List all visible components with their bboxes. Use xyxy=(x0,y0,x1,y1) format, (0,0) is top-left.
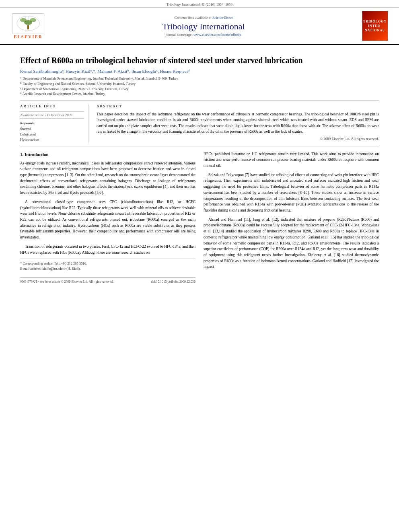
article-info-abstract-section: ARTICLE INFO Available online 21 Decembe… xyxy=(20,101,379,146)
affil-d: ᵈ Arcelik Research and Development Cente… xyxy=(20,91,379,97)
footnote-email: E-mail address: kizilh@itu.edu.tr (H. Ki… xyxy=(20,266,195,271)
keyword-2: Hydrocarbon xyxy=(20,137,84,143)
keywords-label: Keywords: xyxy=(20,121,84,125)
svg-point-4 xyxy=(24,20,32,25)
journal-logo-area: ELSEVIER xyxy=(8,13,48,39)
body-right-col: HFCs, published literature on HC refrige… xyxy=(204,151,379,285)
section1-heading: 1. Introduction xyxy=(20,151,195,158)
body-para-r0: HFCs, published literature on HC refrige… xyxy=(204,151,379,169)
footer-license: 0301-679X/$ - see front matter © 2009 El… xyxy=(20,279,113,284)
journal-title: Tribology International xyxy=(48,21,359,32)
body-para-2: Transition of refrigerants occurred in t… xyxy=(20,244,195,255)
body-para-1: A conventional closed-type compressor us… xyxy=(20,199,195,240)
authors-line: Kemal Sariibrahimogluᵃ, Huseyin Kizilᵃ,*… xyxy=(20,69,379,74)
body-left-col: 1. Introduction As energy costs increase… xyxy=(20,151,195,285)
journal-title-area: Contents lists available at ScienceDirec… xyxy=(48,16,359,37)
footnotes: * Corresponding author. Tel.: +90 212 28… xyxy=(20,259,195,271)
homepage-link: journal homepage: www.elsevier.com/locat… xyxy=(48,33,359,37)
tribology-badge: TRIBOLOGYINTER-NATIONAL xyxy=(362,11,388,41)
footer-bar: 0301-679X/$ - see front matter © 2009 El… xyxy=(20,277,195,284)
abstract-text: This paper describes the impact of the i… xyxy=(97,111,379,134)
body-para-r2: Alsaad and Hammad [11], Jung et al. [12]… xyxy=(204,217,379,270)
available-date: Available online 21 December 2009 xyxy=(20,111,84,119)
sciencedirect-anchor[interactable]: ScienceDirect xyxy=(212,16,232,20)
sciencedirect-link: Contents lists available at ScienceDirec… xyxy=(48,16,359,20)
main-content: Effect of R600a on tribological behavior… xyxy=(0,45,399,288)
footer-doi: doi:10.1016/j.triboint.2009.12.035 xyxy=(151,279,195,284)
footnote-star: * Corresponding author. Tel.: +90 212 28… xyxy=(20,261,195,266)
affil-a: ᵃ Department of Materials Science and En… xyxy=(20,76,379,81)
keyword-0: Starved xyxy=(20,126,84,132)
journal-top-bar: Tribology International 43 (2010) 1054–1… xyxy=(0,0,399,8)
copyright-line: © 2009 Elsevier Ltd. All rights reserved… xyxy=(97,137,379,141)
affil-c: ᶜ Department of Mechanical Engineering, … xyxy=(20,86,379,92)
elsevier-brand-text: ELSEVIER xyxy=(14,34,43,39)
body-para-0: As energy costs increase rapidly, mechan… xyxy=(20,160,195,196)
journal-badge-area: TRIBOLOGYINTER-NATIONAL xyxy=(359,11,391,41)
article-info-heading: ARTICLE INFO xyxy=(20,104,84,108)
abstract-column: ABSTRACT This paper describes the impact… xyxy=(97,104,379,143)
keyword-1: Lubricated xyxy=(20,132,84,138)
affil-b: ᵇ Faculty of Engineering and Natural Sci… xyxy=(20,81,379,86)
abstract-heading: ABSTRACT xyxy=(97,104,379,108)
body-section: 1. Introduction As energy costs increase… xyxy=(20,151,379,285)
elsevier-logo-image xyxy=(12,13,44,33)
body-para-r1: Solzak and Polycarpou [7] have studied t… xyxy=(204,172,379,214)
svg-rect-5 xyxy=(27,25,29,29)
homepage-url[interactable]: www.elsevier.com/locate/triboint xyxy=(193,33,241,37)
affiliations: ᵃ Department of Materials Science and En… xyxy=(20,76,379,97)
elsevier-logo: ELSEVIER xyxy=(8,13,48,39)
article-title: Effect of R600a on tribological behavior… xyxy=(20,55,379,66)
journal-header: ELSEVIER Contents lists available at Sci… xyxy=(0,8,399,45)
article-info-column: ARTICLE INFO Available online 21 Decembe… xyxy=(20,104,88,143)
